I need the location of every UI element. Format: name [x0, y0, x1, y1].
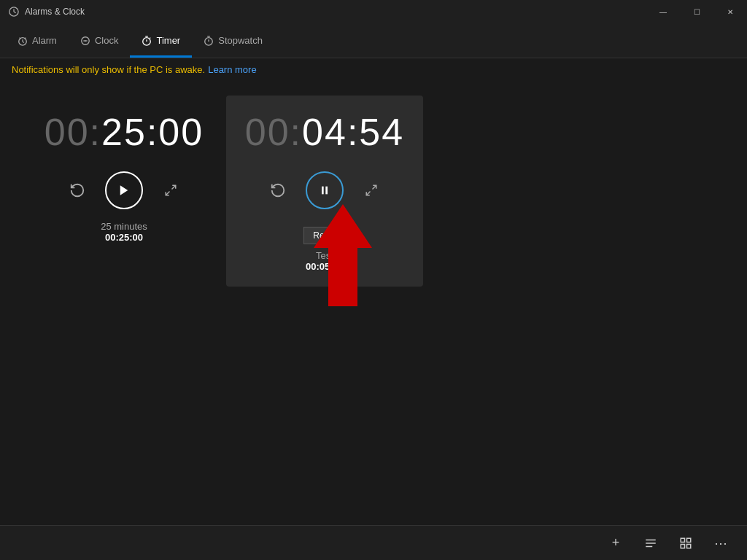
- svg-rect-21: [322, 187, 324, 195]
- reset-active-ctrl-button[interactable]: [265, 177, 291, 203]
- add-timer-button[interactable]: +: [601, 529, 630, 558]
- bottom-bar: + ⋯: [0, 525, 747, 560]
- svg-point-10: [85, 40, 86, 42]
- timer-default-label: 25 minutes 00:25:00: [101, 221, 147, 243]
- arrow-head: [314, 204, 372, 248]
- window-title: Alarms & Clock: [25, 7, 85, 17]
- arrow-shaft: [328, 248, 357, 306]
- svg-line-19: [172, 185, 176, 189]
- nav-alarm[interactable]: Alarm: [6, 26, 69, 58]
- timer-card-default: 00:25:00: [29, 96, 219, 257]
- play-button[interactable]: [105, 171, 143, 209]
- timer-default-name: 25 minutes: [101, 221, 147, 232]
- title-bar: Alarms & Clock — ☐ ✕: [0, 0, 747, 23]
- svg-line-24: [366, 192, 370, 195]
- timer-icon: [142, 36, 152, 46]
- reset-default-button[interactable]: [64, 177, 90, 203]
- notification-bar: Notifications will only show if the PC i…: [0, 58, 747, 81]
- nav-clock-label: Clock: [95, 35, 119, 46]
- timer-active-dim: 00:: [245, 111, 302, 153]
- svg-marker-18: [120, 185, 128, 195]
- list-view-button[interactable]: [636, 529, 665, 558]
- nav-timer[interactable]: Timer: [130, 26, 192, 58]
- nav-timer-label: Timer: [156, 35, 180, 46]
- timer-default-main: 25:00: [101, 111, 204, 153]
- timer-active-main: 04:54: [302, 111, 404, 153]
- nav-clock[interactable]: Clock: [69, 26, 131, 58]
- svg-rect-31: [687, 544, 691, 548]
- alarm-icon: [18, 36, 28, 46]
- nav-stopwatch[interactable]: Stopwatch: [192, 26, 274, 58]
- timer-default-display: 00:25:00: [44, 110, 204, 154]
- arrow-indicator: [314, 204, 372, 306]
- grid-view-button[interactable]: [671, 529, 700, 558]
- svg-line-2: [14, 12, 16, 13]
- minimize-button[interactable]: —: [646, 0, 680, 23]
- title-bar-left: Alarms & Clock: [9, 7, 85, 17]
- svg-line-20: [166, 192, 169, 195]
- more-options-button[interactable]: ⋯: [706, 529, 735, 558]
- nav-alarm-label: Alarm: [32, 35, 57, 46]
- close-button[interactable]: ✕: [713, 0, 747, 23]
- clock-icon: [80, 36, 90, 46]
- timer-default-time: 00:25:00: [101, 232, 147, 243]
- nav-bar: Alarm Clock Timer Stopwatch: [0, 23, 747, 58]
- timer-active-display: 00:04:54: [245, 110, 404, 154]
- expand-default-button[interactable]: [158, 177, 184, 203]
- svg-rect-28: [681, 538, 684, 542]
- svg-line-14: [150, 37, 151, 38]
- maximize-button[interactable]: ☐: [680, 0, 713, 23]
- stopwatch-icon: [204, 36, 214, 46]
- learn-more-link[interactable]: Learn more: [208, 64, 256, 75]
- main-content: 00:25:00: [0, 81, 747, 301]
- timer-default-controls: [64, 171, 184, 209]
- notification-text: Notifications will only show if the PC i…: [12, 64, 205, 75]
- title-bar-controls: — ☐ ✕: [646, 0, 747, 23]
- svg-rect-30: [681, 544, 684, 548]
- svg-line-5: [23, 41, 24, 42]
- timer-default-dim: 00:: [44, 111, 101, 153]
- svg-rect-22: [325, 187, 328, 195]
- expand-active-button[interactable]: [358, 177, 384, 203]
- nav-stopwatch-label: Stopwatch: [218, 35, 263, 46]
- svg-rect-29: [687, 538, 691, 542]
- svg-line-23: [373, 185, 376, 189]
- app-icon: [9, 7, 19, 17]
